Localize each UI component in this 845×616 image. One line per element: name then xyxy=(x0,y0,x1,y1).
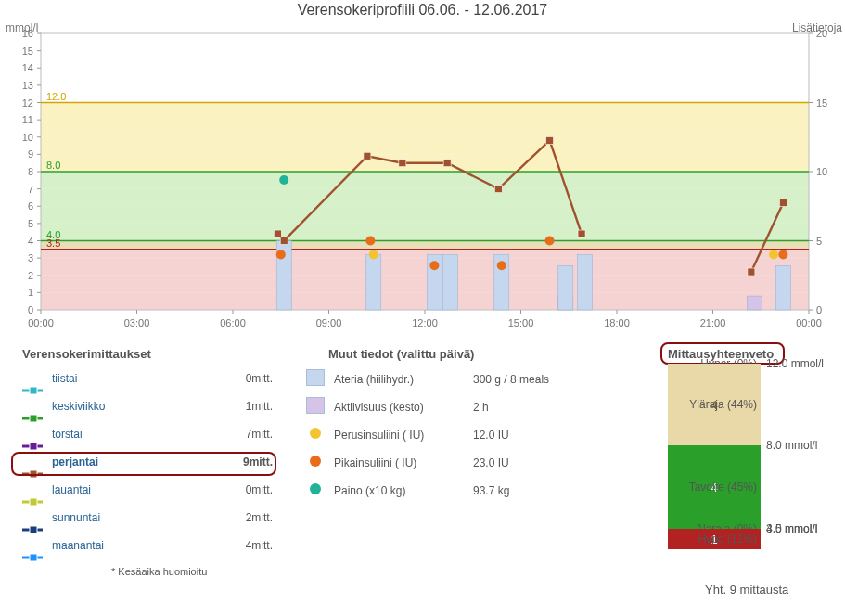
info-value: 93.7 kg xyxy=(473,481,509,501)
summary-threshold-label: 12.0 mmol/l xyxy=(766,357,824,370)
info-value: 12.0 IU xyxy=(473,425,509,445)
summary-seg-label: Tavoite (45%) xyxy=(689,481,757,494)
bolus-dot xyxy=(545,237,555,246)
bolus-dot xyxy=(778,250,787,259)
summary-total: Yht. 9 mittausta xyxy=(705,583,788,597)
page-title: Verensokeriprofiili 06.06. - 12.06.2017 xyxy=(0,2,845,19)
bg-point[interactable] xyxy=(546,136,554,144)
blood-glucose-chart[interactable]: mmol/lLisätietoja01234567891011121314151… xyxy=(0,19,845,334)
day-count: 1mitt. xyxy=(246,397,273,417)
svg-rect-97 xyxy=(443,254,458,310)
bg-point[interactable] xyxy=(748,268,755,276)
dot-icon xyxy=(297,425,334,445)
info-label: Perusinsuliini ( IU) xyxy=(334,425,424,445)
svg-text:00:00: 00:00 xyxy=(796,317,822,328)
svg-text:18:00: 18:00 xyxy=(604,317,630,328)
svg-text:15:00: 15:00 xyxy=(508,317,534,328)
svg-text:6: 6 xyxy=(28,200,33,212)
svg-rect-95 xyxy=(366,254,381,310)
svg-text:0: 0 xyxy=(816,304,822,315)
day-row-torstai[interactable]: torstai7mitt. xyxy=(22,425,273,444)
basal-dot xyxy=(369,250,378,259)
svg-rect-101 xyxy=(775,265,790,310)
svg-text:14: 14 xyxy=(22,62,33,73)
day-count: 2mitt. xyxy=(246,508,273,528)
day-name[interactable]: maanantai xyxy=(52,539,104,552)
dot-icon xyxy=(297,453,334,473)
svg-rect-115 xyxy=(30,554,37,561)
summary-seg-label: Yläraja (44%) xyxy=(689,398,757,411)
weight-dot xyxy=(279,175,288,185)
svg-rect-113 xyxy=(30,526,37,533)
info-label: Paino (x10 kg) xyxy=(334,481,405,501)
selected-day-highlight xyxy=(11,452,276,476)
day-row-maanantai[interactable]: maanantai4mitt. xyxy=(22,536,273,556)
bg-point[interactable] xyxy=(364,152,371,160)
svg-rect-93 xyxy=(747,296,762,310)
svg-text:3: 3 xyxy=(28,252,33,263)
day-name[interactable]: keskiviikko xyxy=(52,400,105,413)
info-row: Perusinsuliini ( IU)12.0 IU xyxy=(297,425,594,445)
day-row-sunnuntai[interactable]: sunnuntai2mitt. xyxy=(22,508,273,528)
svg-text:06:00: 06:00 xyxy=(220,317,246,328)
box-icon xyxy=(297,397,334,420)
svg-text:15: 15 xyxy=(816,97,827,109)
svg-text:09:00: 09:00 xyxy=(316,317,342,328)
bg-point[interactable] xyxy=(578,230,585,237)
svg-text:1: 1 xyxy=(28,287,33,298)
svg-rect-105 xyxy=(30,415,37,422)
other-info-header: Muut tiedot (valittu päivä) xyxy=(328,347,474,361)
svg-text:8: 8 xyxy=(28,166,33,177)
day-name[interactable]: lauantai xyxy=(52,483,91,496)
svg-text:5: 5 xyxy=(816,236,822,247)
svg-rect-100 xyxy=(578,254,593,310)
day-row-keskiviikko[interactable]: keskiviikko1mitt. xyxy=(22,397,273,417)
svg-rect-107 xyxy=(30,443,37,450)
box-icon xyxy=(297,369,334,392)
bg-point[interactable] xyxy=(280,237,288,245)
bolus-dot xyxy=(276,250,286,259)
svg-text:20: 20 xyxy=(816,28,827,39)
svg-text:7: 7 xyxy=(28,184,33,195)
info-value: 2 h xyxy=(473,397,489,417)
svg-text:8.0: 8.0 xyxy=(46,160,60,171)
svg-text:12: 12 xyxy=(22,97,33,109)
bg-point[interactable] xyxy=(494,186,502,193)
info-label: Ateria (hiilihydr.) xyxy=(334,369,414,390)
info-label: Aktiivisuus (kesto) xyxy=(334,397,424,417)
day-name[interactable]: torstai xyxy=(52,428,83,441)
bolus-dot xyxy=(429,261,439,270)
summary-threshold-label: 8.0 mmol/l xyxy=(766,439,817,452)
summary-seg-label: Hypo (11%) xyxy=(698,533,757,545)
summary-stack: Hyper (0%)4Yläraja (44%)4Tavoite (45%)Al… xyxy=(668,364,822,577)
bg-point[interactable] xyxy=(779,199,787,207)
dot-icon xyxy=(297,481,334,501)
day-name[interactable]: tiistai xyxy=(52,372,77,385)
info-label: Pikainsuliini ( IU) xyxy=(334,453,416,473)
day-name[interactable]: sunnuntai xyxy=(52,511,100,524)
info-value: 23.0 IU xyxy=(473,453,509,473)
svg-text:13: 13 xyxy=(22,80,33,91)
day-row-tiistai[interactable]: tiistai0mitt. xyxy=(22,369,273,389)
svg-text:03:00: 03:00 xyxy=(124,317,150,328)
svg-text:3.5: 3.5 xyxy=(46,237,60,249)
info-row: Pikainsuliini ( IU)23.0 IU xyxy=(297,453,594,473)
svg-text:12:00: 12:00 xyxy=(412,317,438,328)
bg-point[interactable] xyxy=(399,160,406,167)
day-count: 4mitt. xyxy=(246,536,273,556)
svg-rect-3 xyxy=(41,250,809,310)
bolus-dot xyxy=(365,237,375,246)
svg-text:12.0: 12.0 xyxy=(46,91,66,102)
svg-rect-103 xyxy=(30,387,37,394)
svg-text:10: 10 xyxy=(816,166,827,177)
day-row-lauantai[interactable]: lauantai0mitt. xyxy=(22,481,273,500)
svg-text:0: 0 xyxy=(28,304,33,315)
bolus-dot xyxy=(497,261,506,270)
basal-dot xyxy=(769,250,778,259)
info-row: Paino (x10 kg)93.7 kg xyxy=(297,481,594,501)
svg-text:9: 9 xyxy=(28,148,33,160)
svg-text:5: 5 xyxy=(28,218,33,229)
bg-point[interactable] xyxy=(274,230,281,237)
bg-point[interactable] xyxy=(443,160,451,167)
day-count: 0mitt. xyxy=(246,369,273,389)
